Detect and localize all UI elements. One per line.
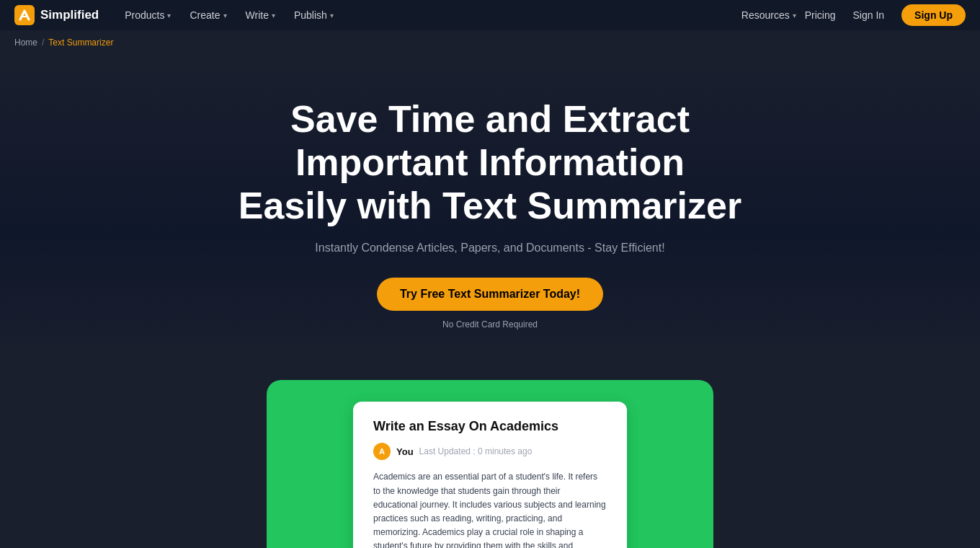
chevron-down-icon: ▾ [223, 12, 227, 19]
navbar: Simplified Products ▾ Create ▾ Write ▾ P… [0, 0, 980, 30]
svg-rect-0 [14, 5, 35, 25]
breadcrumb: Home / Text Summarizer [0, 30, 980, 55]
demo-green-background: Write an Essay On Academics A You Last U… [267, 380, 713, 548]
nav-create[interactable]: Create ▾ [181, 5, 235, 25]
no-credit-card-text: No Credit Card Required [14, 319, 966, 330]
demo-card-meta: A You Last Updated : 0 minutes ago [373, 443, 607, 460]
demo-card: Write an Essay On Academics A You Last U… [353, 402, 627, 548]
chevron-down-icon: ▾ [330, 12, 334, 19]
nav-products[interactable]: Products ▾ [116, 5, 179, 25]
demo-meta-time: Last Updated : 0 minutes ago [419, 446, 533, 456]
nav-publish[interactable]: Publish ▾ [285, 5, 342, 25]
breadcrumb-separator: / [42, 37, 44, 48]
hero-cta-button[interactable]: Try Free Text Summarizer Today! [377, 278, 603, 311]
hero-title: Save Time and Extract Important Informat… [238, 98, 742, 227]
chevron-down-icon: ▾ [167, 12, 171, 19]
nav-write[interactable]: Write ▾ [237, 5, 284, 25]
chevron-down-icon: ▾ [272, 12, 275, 19]
breadcrumb-home[interactable]: Home [14, 37, 37, 48]
hero-section: Save Time and Extract Important Informat… [0, 55, 980, 358]
nav-signup-button[interactable]: Sign Up [901, 4, 966, 26]
nav-pricing[interactable]: Pricing [805, 9, 836, 21]
brand-name: Simplified [40, 8, 99, 22]
nav-signin[interactable]: Sign In [845, 5, 894, 25]
hero-subtitle: Instantly Condense Articles, Papers, and… [14, 242, 966, 255]
breadcrumb-current[interactable]: Text Summarizer [48, 37, 113, 48]
nav-right: Resources ▾ Pricing Sign In Sign Up [741, 4, 966, 26]
demo-card-title: Write an Essay On Academics [373, 419, 607, 434]
demo-card-body: Academics are an essential part of a stu… [373, 470, 607, 548]
brand-icon [14, 5, 35, 25]
nav-items: Products ▾ Create ▾ Write ▾ Publish ▾ [116, 5, 741, 25]
chevron-down-icon: ▾ [793, 12, 796, 19]
demo-area: Write an Essay On Academics A You Last U… [0, 358, 980, 548]
demo-meta-you: You [396, 446, 414, 457]
demo-avatar: A [373, 443, 391, 460]
brand-logo[interactable]: Simplified [14, 5, 99, 25]
nav-resources[interactable]: Resources ▾ [741, 9, 796, 21]
